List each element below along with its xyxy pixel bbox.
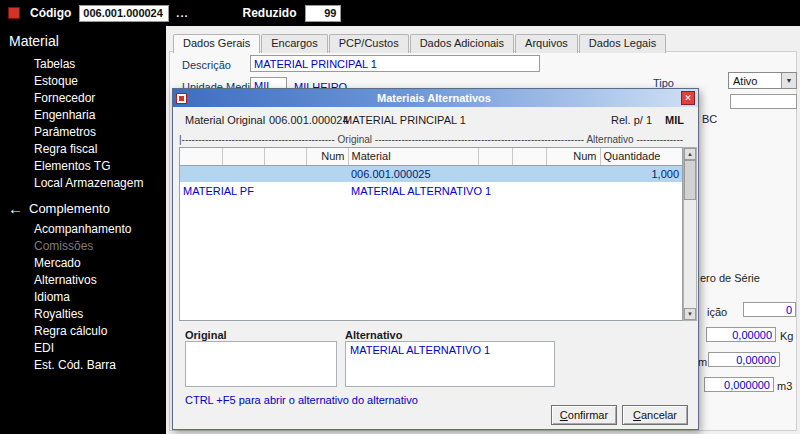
grid-header-quantidade: Quantidade (600, 148, 682, 165)
rel-unit: MIL (665, 114, 684, 126)
field3-input[interactable] (708, 352, 780, 367)
close-icon[interactable]: ✕ (681, 91, 695, 105)
sidebar-item-local-armazenagem[interactable]: Local Armazenagem (0, 175, 166, 192)
divider-original-label: |---------------------------------------… (179, 134, 431, 145)
sidebar-item-engenharia[interactable]: Engenharia (0, 107, 166, 124)
sidebar-item-parametros[interactable]: Parâmetros (0, 124, 166, 141)
dialog-body: Material Original 006.001.000024 MATERIA… (173, 107, 698, 429)
tipo-select-value: Ativo (733, 75, 757, 87)
grid-cell (546, 165, 600, 182)
grid-cell (512, 182, 546, 199)
grid-header-num: Num (306, 148, 348, 165)
original-group-box (185, 341, 337, 387)
sidebar-title-material: Material (0, 26, 166, 56)
original-alternativo-divider: |---------------------------------------… (179, 134, 683, 145)
sidebar-item-elementos-tg[interactable]: Elementos TG (0, 158, 166, 175)
grid-cell (306, 165, 348, 182)
grid-cell: MATERIAL PF (180, 182, 222, 199)
unnamed-field-input[interactable] (730, 94, 797, 109)
sidebar-item-fornecedor[interactable]: Fornecedor (0, 90, 166, 107)
grid-cell (180, 165, 222, 182)
m3-unit-label: m3 (777, 380, 792, 392)
grid-cell: 1,000 (600, 165, 682, 182)
dialog-title: Materiais Alternativos (187, 92, 681, 104)
grid-cell (546, 182, 600, 199)
sidebar-title-complemento[interactable]: ← Complemento (0, 192, 166, 221)
peso-input[interactable] (706, 327, 776, 342)
descricao-label: Descrição (182, 59, 231, 71)
alternativos-grid-table: NumMaterialNumQuantidade006.001.0000251,… (180, 148, 683, 199)
sidebar-item-regra-fiscal[interactable]: Regra fiscal (0, 141, 166, 158)
descricao-input[interactable] (250, 55, 540, 72)
alternativo-group-value: MATERIAL ALTERNATIVO 1 (350, 344, 490, 356)
grid-row[interactable]: MATERIAL PFMATERIAL ALTERNATIVO 1 (180, 182, 682, 199)
dialog-icon (176, 93, 187, 104)
ctrl-f5-hint: CTRL +F5 para abrir o alternativo do alt… (185, 394, 418, 406)
cancelar-button-label: Cancelar (623, 409, 687, 421)
dialog-titlebar[interactable]: Materiais Alternativos ✕ (173, 89, 698, 107)
dialog-button-row: Confirmar Cancelar (551, 405, 688, 425)
tab-arquivos[interactable]: Arquivos (515, 34, 578, 53)
grid-cell (222, 165, 264, 182)
field1-input[interactable] (743, 302, 796, 317)
grid-cell (306, 182, 348, 199)
grid-cell: 006.001.000025 (348, 165, 478, 182)
sidebar-item-tabelas[interactable]: Tabelas (0, 56, 166, 73)
sidebar-section2-list: AcompanhamentoComissõesMercadoAlternativ… (0, 221, 166, 374)
codigo-lookup-button[interactable]: ... (176, 7, 188, 19)
numero-serie-label-fragment: ero de Série (700, 272, 760, 284)
grid-cell (600, 182, 682, 199)
grid-cell (264, 165, 306, 182)
tab-strip: Dados GeraisEncargosPCP/CustosDados Adic… (173, 34, 667, 53)
sidebar-item-comissoes: Comissões (0, 238, 166, 255)
sidebar: Material TabelasEstoqueFornecedorEngenha… (0, 26, 166, 434)
bc-label-fragment: BC (702, 113, 717, 125)
sidebar-item-royalties[interactable]: Royalties (0, 306, 166, 323)
grid-vertical-scrollbar[interactable]: ▲ ▼ (683, 147, 697, 321)
grid-header-col (180, 148, 222, 165)
alternativo-group-label: Alternativo (345, 329, 402, 341)
material-original-label: Material Original (185, 114, 265, 126)
sidebar-item-regra-calculo[interactable]: Regra cálculo (0, 323, 166, 340)
grid-header-row: NumMaterialNumQuantidade (180, 148, 682, 165)
grid-header-col (222, 148, 264, 165)
original-group-label: Original (185, 329, 227, 341)
grid-cell (478, 165, 512, 182)
grid-header-col (512, 148, 546, 165)
field3-label-fragment: m (698, 356, 707, 368)
sidebar-item-edi[interactable]: EDI (0, 340, 166, 357)
codigo-input[interactable] (79, 5, 169, 22)
grid-row[interactable]: 006.001.0000251,000 (180, 165, 682, 182)
confirmar-button[interactable]: Confirmar (551, 405, 617, 425)
sidebar-item-acompanhamento[interactable]: Acompanhamento (0, 221, 166, 238)
sidebar-item-estoque[interactable]: Estoque (0, 73, 166, 90)
tab-encargos[interactable]: Encargos (261, 34, 327, 53)
tab-dados-legais[interactable]: Dados Legais (579, 34, 666, 53)
grid-cell (264, 182, 306, 199)
app-window: Código ... Reduzido Material TabelasEsto… (0, 0, 800, 434)
chevron-down-icon[interactable]: ▼ (781, 73, 796, 88)
tab-dados-adicionais[interactable]: Dados Adicionais (410, 34, 514, 53)
reduzido-input[interactable] (305, 5, 341, 22)
scroll-down-icon[interactable]: ▼ (684, 308, 696, 320)
cancelar-button[interactable]: Cancelar (622, 405, 688, 425)
tipo-select[interactable]: Ativo ▼ (728, 72, 797, 89)
tab-pcp-custos[interactable]: PCP/Custos (329, 34, 409, 53)
reduzido-label: Reduzido (243, 6, 297, 20)
sidebar-item-idioma[interactable]: Idioma (0, 289, 166, 306)
scrollbar-thumb[interactable] (684, 160, 696, 200)
scroll-up-icon[interactable]: ▲ (684, 148, 696, 160)
material-original-desc: MATERIAL PRINCIPAL 1 (343, 114, 466, 126)
divider-alternativo-label: ----------------------------------------… (431, 134, 683, 145)
app-icon (8, 7, 20, 19)
tab-dados-gerais[interactable]: Dados Gerais (173, 34, 260, 53)
complemento-label: Complemento (29, 201, 110, 216)
sidebar-item-alternativos[interactable]: Alternativos (0, 272, 166, 289)
grid-cell (512, 165, 546, 182)
sidebar-item-mercado[interactable]: Mercado (0, 255, 166, 272)
sidebar-item-est-cod-barra[interactable]: Est. Cód. Barra (0, 357, 166, 374)
grid-header-num: Num (546, 148, 600, 165)
materiais-alternativos-dialog: Materiais Alternativos ✕ Material Origin… (172, 88, 699, 430)
volume-input[interactable] (704, 377, 774, 392)
confirmar-button-label: Confirmar (552, 409, 616, 421)
